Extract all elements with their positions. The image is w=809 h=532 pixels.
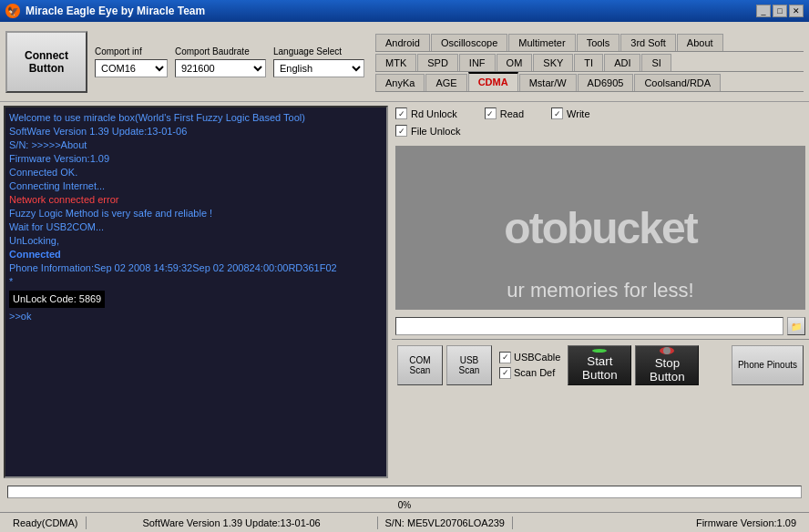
app-icon: 🦅	[5, 4, 20, 18]
cable-scan-group: USBCable Scan Def	[499, 352, 560, 379]
read-label: Read	[500, 108, 524, 119]
photobucket-text: otobucket	[504, 203, 696, 253]
stop-label: StopButton	[650, 356, 685, 384]
minimize-button[interactable]: _	[756, 5, 771, 17]
log-line: Firmware Version:1.09	[9, 152, 383, 166]
log-line: S/N: >>>>>About	[9, 138, 383, 152]
progress-label: 0%	[4, 500, 805, 510]
tab-ad6905[interactable]: AD6905	[578, 74, 634, 91]
baud-label: Comport Baudrate	[175, 46, 266, 56]
tab-about[interactable]: About	[677, 34, 723, 51]
tab-row-3: AnyKa AGE CDMA Mstar/W AD6905 Coolsand/R…	[375, 72, 804, 92]
cdma-options-2: File Unlock	[392, 125, 809, 142]
tab-age[interactable]: AGE	[425, 74, 466, 91]
rd-unlock-label: Rd Unlock	[411, 108, 457, 119]
progress-container: 0%	[0, 482, 809, 512]
start-button[interactable]: StartButton	[568, 345, 631, 385]
language-label: Language Select	[273, 46, 364, 56]
progress-bar-wrap	[7, 486, 802, 498]
image-area: otobucket ur memories for less!	[395, 146, 805, 310]
file-unlock-label: File Unlock	[411, 126, 460, 137]
tab-mstarw[interactable]: Mstar/W	[519, 74, 577, 91]
tab-cdma[interactable]: CDMA	[468, 72, 518, 91]
comport-select[interactable]: COM16 COM1 COM2 COM4 COM8	[95, 59, 168, 77]
connect-button[interactable]: ConnectButton	[5, 31, 87, 93]
comport-label: Comport inf	[95, 46, 168, 56]
log-line: Network connected error	[9, 193, 383, 207]
tab-coolsand[interactable]: Coolsand/RDA	[634, 74, 721, 91]
tab-spd[interactable]: SPD	[417, 54, 458, 71]
scan-def-label: Scan Def	[514, 367, 555, 378]
baud-select[interactable]: 921600 115200 57600 38400	[175, 59, 266, 77]
log-line: Connected	[9, 248, 383, 261]
status-firmware: Firmware Version:1.09	[513, 517, 804, 529]
browse-button[interactable]: 📁	[787, 317, 805, 335]
usb-cable-checkbox[interactable]	[499, 352, 511, 363]
memories-text: ur memories for less!	[507, 279, 693, 302]
image-content: otobucket ur memories for less!	[504, 203, 696, 253]
scan-def-item: Scan Def	[499, 367, 560, 379]
toolbar: ConnectButton Comport inf COM16 COM1 COM…	[0, 22, 809, 102]
tab-si[interactable]: SI	[641, 54, 671, 71]
log-line: >>ok	[9, 310, 383, 323]
tab-android[interactable]: Android	[375, 34, 430, 51]
tab-row-2: MTK SPD INF OM SKY TI ADI SI	[375, 52, 804, 72]
language-select[interactable]: English Chinese French	[273, 59, 364, 77]
tab-ti[interactable]: TI	[574, 54, 603, 71]
tab-tools[interactable]: Tools	[577, 34, 620, 51]
baud-group: Comport Baudrate 921600 115200 57600 384…	[175, 46, 266, 77]
main-window: ConnectButton Comport inf COM16 COM1 COM…	[0, 22, 809, 532]
stop-button[interactable]: StopButton	[635, 345, 699, 385]
language-group: Language Select English Chinese French	[273, 46, 364, 77]
log-line: Connected OK.	[9, 166, 383, 179]
log-line: *	[9, 275, 383, 289]
tab-mtk[interactable]: MTK	[375, 54, 416, 71]
close-button[interactable]: ✕	[789, 5, 804, 17]
file-unlock-checkbox[interactable]	[395, 125, 407, 137]
status-serial: S/N: ME5VL20706LOA239	[378, 517, 513, 529]
log-line: SoftWare Version 1.39 Update:13-01-06	[9, 125, 383, 138]
stop-icon	[660, 347, 674, 354]
usb-cable-item: USBCable	[499, 352, 560, 363]
tab-row-1: Android Oscilloscope Multimeter Tools 3r…	[375, 32, 804, 52]
usb-scan-button[interactable]: USBScan	[446, 345, 492, 385]
content-area: Welcome to use miracle box(World's First…	[0, 102, 809, 482]
start-icon	[592, 349, 607, 353]
log-line: UnLocking,	[9, 234, 383, 248]
tab-anyka[interactable]: AnyKa	[375, 74, 425, 91]
rd-unlock-checkbox[interactable]	[395, 107, 407, 119]
rd-unlock-item: Rd Unlock	[395, 107, 457, 119]
input-row: 📁	[392, 313, 809, 339]
tab-om[interactable]: OM	[497, 54, 533, 71]
bottom-toolbar: COMScan USBScan USBCable Scan Def StartB…	[392, 339, 809, 390]
status-software: SoftWare Version 1.39 Update:13-01-06	[87, 517, 378, 529]
window-controls: _ □ ✕	[756, 5, 804, 17]
log-panel: Welcome to use miracle box(World's First…	[4, 106, 388, 478]
log-line: Fuzzy Logic Method is very safe and reli…	[9, 207, 383, 220]
tab-sky[interactable]: SKY	[533, 54, 573, 71]
scan-def-checkbox[interactable]	[499, 367, 511, 379]
log-line: Welcome to use miracle box(World's First…	[9, 111, 383, 125]
maximize-button[interactable]: □	[773, 5, 787, 17]
unlock-code: UnLock Code: 5869	[9, 291, 105, 308]
log-line: Connecting Internet...	[9, 179, 383, 193]
log-line: Phone Information:Sep 02 2008 14:59:32Se…	[9, 261, 383, 275]
tab-oscilloscope[interactable]: Oscilloscope	[431, 34, 507, 51]
start-label: StartButton	[582, 354, 618, 382]
file-unlock-item: File Unlock	[395, 125, 460, 137]
main-input[interactable]	[395, 317, 783, 335]
app-title: Miracle Eagle Eye by Miracle Team	[26, 5, 751, 17]
cdma-options: Rd Unlock Read Write	[392, 102, 809, 125]
read-checkbox[interactable]	[485, 107, 497, 119]
tab-3rdsoft[interactable]: 3rd Soft	[620, 34, 676, 51]
write-checkbox[interactable]	[551, 107, 563, 119]
tab-adi[interactable]: ADI	[604, 54, 640, 71]
write-item: Write	[551, 107, 589, 119]
write-label: Write	[567, 108, 589, 119]
tab-multimeter[interactable]: Multimeter	[508, 34, 575, 51]
right-content: Rd Unlock Read Write File Unlock	[392, 102, 809, 482]
phone-pinouts-button[interactable]: Phone Pinouts	[732, 345, 804, 385]
tab-inf[interactable]: INF	[459, 54, 496, 71]
log-line: Wait for USB2COM...	[9, 220, 383, 234]
com-scan-button[interactable]: COMScan	[397, 345, 443, 385]
